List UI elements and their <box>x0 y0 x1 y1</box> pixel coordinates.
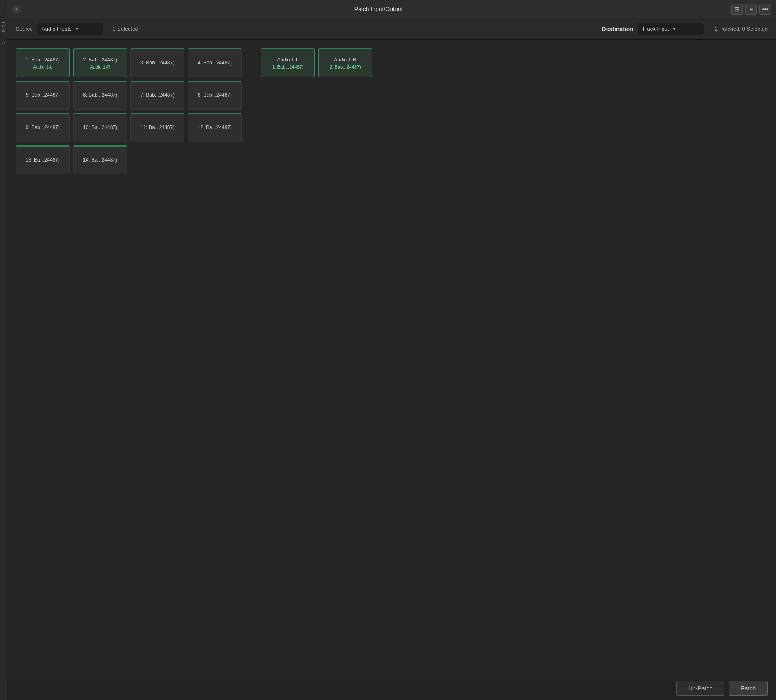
footer: Un-Patch Patch <box>7 676 776 700</box>
sidebar-label-n: n <box>1 29 6 32</box>
tile-secondary-text: 1: Bab...24487) <box>272 64 303 69</box>
source-tile-src-5[interactable]: 5: Bab...24487) <box>16 81 70 110</box>
more-options-button[interactable]: ••• <box>759 4 771 15</box>
source-row-3: 13: Ba...24487)14: Ba...24487) <box>16 145 244 174</box>
unpatch-button[interactable]: Un-Patch <box>676 681 724 696</box>
source-tile-src-12[interactable]: 12: Ba...24487) <box>188 113 242 142</box>
destination-label: Destination <box>602 26 634 32</box>
source-tile-src-7[interactable]: 7: Bab...24487) <box>130 81 184 110</box>
source-row-2: 9: Bab...24487)10: Ba...24487)11: Ba...2… <box>16 113 244 142</box>
tile-primary-text: 9: Bab...24487) <box>26 125 60 131</box>
patch-dialog: × Patch Input/Output ⊞ ≡ ••• Source Audi… <box>7 0 776 700</box>
tile-primary-text: 10: Ba...24487) <box>83 125 117 131</box>
tile-primary-text: 2: Bab...24487) <box>83 57 117 64</box>
list-view-button[interactable]: ≡ <box>745 4 757 15</box>
tile-primary-text: 14: Ba...24487) <box>83 157 117 164</box>
tile-primary-text: 4: Bab...24487) <box>198 60 232 66</box>
sidebar-strip: B t o n c <box>0 0 7 700</box>
tile-secondary-text: 2: Bab...24487) <box>329 64 361 69</box>
source-tile-src-13[interactable]: 13: Ba...24487) <box>16 145 70 174</box>
tile-primary-text: Audio 1-L <box>277 57 298 64</box>
tile-secondary-text: Audio 1-L <box>33 64 52 69</box>
dest-section: Audio 1-L1: Bab...24487)Audio 1-R2: Bab.… <box>261 48 372 668</box>
tile-secondary-text: Audio 1-R <box>90 64 111 69</box>
source-tile-src-6[interactable]: 6: Bab...24487) <box>73 81 127 110</box>
tile-primary-text: 13: Ba...24487) <box>26 157 60 164</box>
dest-tile-dst-1[interactable]: Audio 1-L1: Bab...24487) <box>261 48 315 77</box>
source-row-1: 5: Bab...24487)6: Bab...24487)7: Bab...2… <box>16 81 244 110</box>
tile-primary-text: 11: Ba...24487) <box>140 125 174 131</box>
source-tile-src-9[interactable]: 9: Bab...24487) <box>16 113 70 142</box>
title-controls: ⊞ ≡ ••• <box>731 4 771 15</box>
source-dropdown-arrow: ▼ <box>75 27 79 31</box>
dest-dropdown-arrow: ▼ <box>672 27 676 31</box>
source-tile-src-2[interactable]: 2: Bab...24487)Audio 1-R <box>73 48 127 77</box>
tile-primary-text: 1: Bab...24487) <box>26 57 60 64</box>
title-bar: × Patch Input/Output ⊞ ≡ ••• <box>7 0 776 18</box>
tile-primary-text: 7: Bab...24487) <box>140 92 174 99</box>
source-tile-src-1[interactable]: 1: Bab...24487)Audio 1-L <box>16 48 70 77</box>
source-tile-src-10[interactable]: 10: Ba...24487) <box>73 113 127 142</box>
dest-tile-dst-2[interactable]: Audio 1-R2: Bab...24487) <box>318 48 372 77</box>
tile-primary-text: 6: Bab...24487) <box>83 92 117 99</box>
selected-badge: 0 Selected <box>113 26 138 32</box>
dest-dropdown[interactable]: Track Input ▼ <box>638 23 704 35</box>
sidebar-label-b: B <box>1 4 6 7</box>
patch-status: 2 Patched, 0 Selected <box>715 26 768 32</box>
dest-row-0: Audio 1-L1: Bab...24487)Audio 1-R2: Bab.… <box>261 48 372 77</box>
tile-primary-text: Audio 1-R <box>334 57 356 64</box>
source-dropdown[interactable]: Audio Inputs ▼ <box>37 23 103 35</box>
sidebar-label-o: o <box>1 24 6 27</box>
tile-primary-text: 5: Bab...24487) <box>26 92 60 99</box>
dialog-title: Patch Input/Output <box>26 6 731 12</box>
tile-primary-text: 8: Bab...24487) <box>198 92 232 99</box>
header-row: Source Audio Inputs ▼ 0 Selected Destina… <box>7 18 776 40</box>
sidebar-label-c: c <box>1 42 6 44</box>
app-background: B t o n c × Patch Input/Output ⊞ ≡ ••• S… <box>0 0 776 700</box>
source-section: 1: Bab...24487)Audio 1-L2: Bab...24487)A… <box>16 48 244 668</box>
content-area: 1: Bab...24487)Audio 1-L2: Bab...24487)A… <box>7 40 776 676</box>
tile-primary-text: 12: Ba...24487) <box>198 125 232 131</box>
source-tile-src-4[interactable]: 4: Bab...24487) <box>188 48 242 77</box>
source-tile-src-14[interactable]: 14: Ba...24487) <box>73 145 127 174</box>
source-tile-src-3[interactable]: 3: Bab...24487) <box>130 48 184 77</box>
tile-primary-text: 3: Bab...24487) <box>140 60 174 66</box>
source-tile-src-11[interactable]: 11: Ba...24487) <box>130 113 184 142</box>
source-row-0: 1: Bab...24487)Audio 1-L2: Bab...24487)A… <box>16 48 244 77</box>
source-label: Source <box>16 26 33 32</box>
grid-view-button[interactable]: ⊞ <box>731 4 743 15</box>
source-tile-src-8[interactable]: 8: Bab...24487) <box>188 81 242 110</box>
patch-button[interactable]: Patch <box>729 681 768 696</box>
close-button[interactable]: × <box>12 5 21 13</box>
sidebar-label-t: t <box>1 22 6 23</box>
